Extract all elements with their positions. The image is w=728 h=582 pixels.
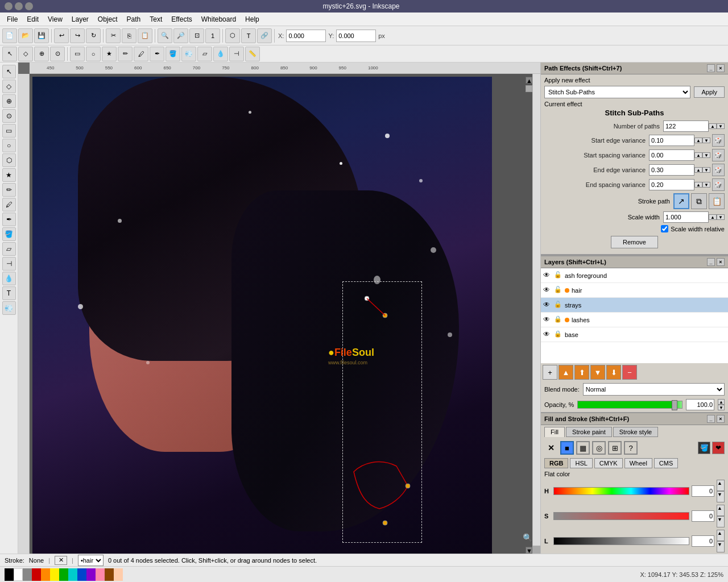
scroll-thumb-v[interactable] — [526, 85, 532, 92]
window-controls[interactable] — [5, 2, 33, 10]
layer-lock-base[interactable]: 🔒 — [554, 330, 563, 339]
x-coord-input[interactable] — [286, 30, 326, 42]
num-paths-spin-up[interactable]: ▲ — [709, 123, 717, 129]
stroke-path-paste-icon[interactable]: 📋 — [709, 193, 725, 209]
end-edge-spin-up[interactable]: ▲ — [694, 167, 702, 173]
copy-btn[interactable]: ⎘ — [122, 28, 136, 43]
fill-none-btn[interactable]: ✕ — [544, 441, 558, 455]
menu-view[interactable]: View — [43, 14, 67, 24]
arrow-tool[interactable]: ↖ — [2, 65, 16, 78]
menu-help[interactable]: Help — [241, 14, 264, 24]
h-spin-up[interactable]: ▲ — [717, 480, 725, 491]
canvas-area[interactable]: 450 500 550 600 650 700 750 800 850 900 … — [18, 63, 540, 554]
start-edge-var-input[interactable] — [649, 135, 694, 146]
s-channel-slider[interactable] — [553, 512, 689, 520]
pen-tool[interactable]: 🖊 — [2, 198, 16, 211]
open-btn[interactable]: 📂 — [18, 28, 33, 43]
stroke-path-copy-icon[interactable]: ⧉ — [691, 193, 707, 209]
end-edge-var-input[interactable] — [649, 164, 694, 176]
opacity-thumb[interactable] — [672, 400, 677, 410]
swatch-gray[interactable] — [23, 568, 32, 581]
end-spacing-var-input[interactable] — [649, 179, 694, 190]
num-paths-input[interactable] — [663, 120, 709, 132]
tab-fill[interactable]: Fill — [544, 427, 565, 437]
text-tool[interactable]: T — [2, 286, 16, 300]
star-btn[interactable]: ★ — [102, 47, 117, 61]
y-coord-input[interactable] — [336, 30, 376, 42]
stroke-swatch[interactable]: ✕ — [55, 556, 67, 565]
layer-lock-ash-foreground[interactable]: 🔓 — [554, 271, 563, 280]
layer-vis-ash-foreground[interactable]: 👁 — [543, 271, 552, 280]
minimize-btn[interactable] — [5, 2, 13, 10]
apply-button[interactable]: Apply — [694, 86, 725, 98]
l-channel-slider[interactable] — [553, 537, 689, 545]
menu-file[interactable]: File — [2, 14, 22, 24]
add-layer-btn[interactable]: + — [543, 365, 557, 380]
zoom-in-btn[interactable]: 🔍 — [158, 28, 172, 43]
fill-stroke-close-btn[interactable]: × — [717, 415, 725, 423]
opacity-value-input[interactable] — [686, 399, 714, 410]
callig-btn[interactable]: ✒ — [150, 47, 164, 61]
menu-effects[interactable]: Effects — [167, 14, 196, 24]
close-btn[interactable] — [25, 2, 33, 10]
new-btn[interactable]: 📄 — [2, 28, 17, 43]
pencil-tool[interactable]: ✏ — [2, 183, 16, 197]
link-btn[interactable]: 🔗 — [257, 28, 272, 43]
start-spacing-random-icon[interactable]: 🎲 — [712, 149, 725, 161]
tweak-tool[interactable]: ⊕ — [2, 94, 16, 108]
measure-btn[interactable]: 📏 — [245, 47, 260, 61]
layer-vis-base[interactable]: 👁 — [543, 330, 552, 339]
swatch-yellow[interactable] — [50, 568, 59, 581]
fill-unknown-btn[interactable]: ? — [624, 441, 638, 455]
stroke-path-icon-1[interactable]: ↗ — [673, 193, 689, 209]
layer-row-ash-foreground[interactable]: 👁 🔓 ash foreground — [541, 268, 728, 283]
color-mode-cmyk[interactable]: CMYK — [594, 458, 623, 468]
dropper-btn[interactable]: 💧 — [213, 47, 228, 61]
layer-row-strays[interactable]: 👁 🔓 strays — [541, 298, 728, 313]
h-channel-input[interactable] — [692, 485, 714, 497]
select-btn[interactable]: ↖ — [2, 47, 17, 61]
scroll-up-btn[interactable]: ▲ — [526, 77, 532, 84]
vertical-scrollbar[interactable] — [532, 74, 540, 554]
layer-vis-hair[interactable]: 👁 — [543, 286, 552, 295]
swatch-purple[interactable] — [86, 568, 96, 581]
canvas-background[interactable]: ●FileSoul www.filesoul.com ▲ ▼ 🔍 — [30, 74, 540, 554]
end-edge-spin-down[interactable]: ▼ — [702, 167, 710, 173]
cut-btn[interactable]: ✂ — [106, 28, 121, 43]
l-channel-input[interactable] — [692, 535, 714, 547]
l-spin-up[interactable]: ▲ — [717, 530, 725, 541]
layer-row-lashes[interactable]: 👁 🔒 lashes — [541, 313, 728, 327]
tab-stroke-paint[interactable]: Stroke paint — [566, 427, 612, 437]
scale-width-spin-up[interactable]: ▲ — [709, 214, 717, 220]
spray-tool[interactable]: 💨 — [2, 301, 16, 315]
spray-btn[interactable]: 💨 — [181, 47, 196, 61]
fill-icon-2[interactable]: ❤ — [712, 442, 725, 454]
menu-layer[interactable]: Layer — [67, 14, 93, 24]
h-spin-down[interactable]: ▼ — [717, 491, 725, 502]
tab-stroke-style[interactable]: Stroke style — [613, 427, 658, 437]
layers-detach-btn[interactable]: _ — [707, 258, 715, 266]
end-spacing-random-icon[interactable]: 🎲 — [712, 178, 725, 191]
connector-tool[interactable]: ⊣ — [2, 257, 16, 271]
num-paths-spin-down[interactable]: ▼ — [717, 123, 725, 129]
maximize-btn[interactable] — [15, 2, 23, 10]
end-edge-random-icon[interactable]: 🎲 — [712, 164, 725, 176]
color-mode-cms[interactable]: CMS — [654, 458, 678, 468]
circle-btn[interactable]: ○ — [86, 47, 101, 61]
layer-vis-strays[interactable]: 👁 — [543, 301, 552, 310]
callig-tool[interactable]: ✒ — [2, 213, 16, 226]
dropper-tool[interactable]: 💧 — [2, 272, 16, 285]
swatch-brown[interactable] — [105, 568, 114, 581]
s-spin-down[interactable]: ▼ — [717, 516, 725, 527]
fill-linear-btn[interactable]: ▦ — [576, 441, 590, 455]
h-channel-slider[interactable] — [553, 487, 689, 495]
layer-lock-hair[interactable]: 🔓 — [554, 286, 563, 295]
menu-path[interactable]: Path — [122, 14, 146, 24]
panel-close-btn[interactable]: × — [717, 64, 725, 72]
layer-lock-lashes[interactable]: 🔒 — [554, 315, 563, 325]
menu-whiteboard[interactable]: Whiteboard — [197, 14, 241, 24]
end-spacing-spin-up[interactable]: ▲ — [694, 182, 702, 188]
node-tool[interactable]: ◇ — [2, 80, 16, 93]
paste-btn[interactable]: 📋 — [138, 28, 152, 43]
scale-width-spin-down[interactable]: ▼ — [717, 214, 725, 220]
